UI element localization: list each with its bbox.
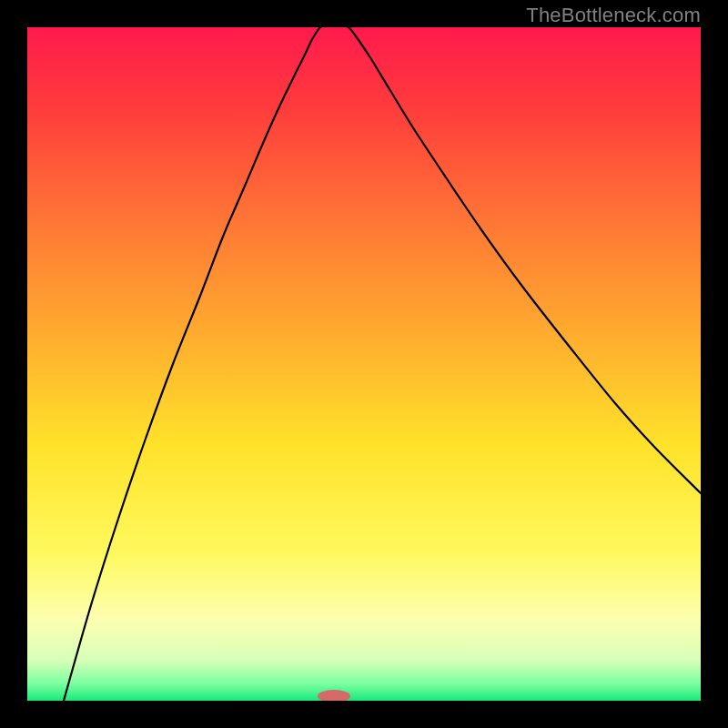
attribution-text: TheBottleneck.com bbox=[526, 4, 701, 27]
chart-frame bbox=[27, 27, 701, 701]
bottleneck-chart bbox=[27, 27, 701, 701]
chart-background bbox=[27, 27, 701, 701]
